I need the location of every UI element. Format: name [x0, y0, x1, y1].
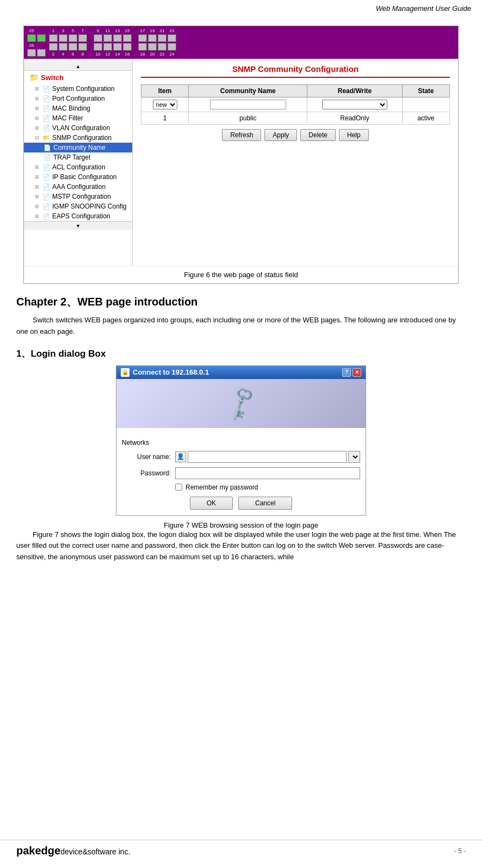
close-titlebar-btn[interactable]: ✕: [353, 368, 361, 377]
panel-title: SNMP Community Configuration: [141, 64, 450, 78]
port-25: [27, 34, 36, 42]
port-15: [123, 34, 132, 42]
plus-icon: ⊞: [35, 204, 39, 209]
sidebar-label-trap: TRAP Target: [53, 154, 90, 161]
sidebar-item-snmp[interactable]: ⊟ 📁 SNMP Configuration: [24, 133, 132, 143]
sidebar-item-igmp[interactable]: ⊞ 📄 IGMP SNOOPING Config: [24, 201, 132, 211]
password-input[interactable]: [175, 467, 360, 479]
remember-checkbox[interactable]: [175, 484, 182, 491]
username-dropdown[interactable]: [348, 451, 360, 463]
titlebar-title: Connect to 192.168.0.1: [133, 368, 209, 376]
remember-label: Remember my password: [186, 484, 258, 491]
port-2: [49, 43, 58, 51]
plus-icon: ⊞: [35, 125, 39, 131]
sidebar-label-aaa: AAA Configuration: [52, 183, 106, 191]
login-titlebar: 🔒 Connect to 192.168.0.1 ? ✕: [116, 366, 366, 379]
username-input[interactable]: [188, 451, 347, 463]
sidebar-label-mac-filter: MAC Filter: [52, 114, 83, 122]
sidebar-item-eaps[interactable]: ⊞ 📄 EAPS Configuration: [24, 211, 132, 221]
figure7-caption: Figure 7 WEB browsing session of the log…: [16, 521, 466, 529]
scrollbar-up[interactable]: ▲: [24, 62, 132, 71]
sidebar-item-mac-binding[interactable]: ⊞ 📄 MAC Binding: [24, 103, 132, 113]
sidebar-wrapper: ▲ 📁 Switch ⊞ 📄 System Configuration ⊞: [24, 59, 133, 266]
page-header: Web Management User Guide: [0, 0, 482, 15]
port-13: [113, 34, 122, 42]
figure6-caption: Figure 6 the web page of status field: [24, 266, 458, 283]
sidebar-item-mstp[interactable]: ⊞ 📄 MSTP Configuration: [24, 192, 132, 201]
port-icons-odd: [49, 34, 176, 42]
figure7-screenshot: 🔒 Connect to 192.168.0.1 ? ✕ 🗝️ Networks…: [116, 365, 366, 516]
snmp-table: Item Community Name Read/Write State new: [141, 84, 450, 125]
table-row: 1 public ReadOnly active: [141, 112, 450, 125]
port-12: [103, 43, 112, 51]
port-25b: [37, 34, 46, 42]
sidebar: ▲ 📁 Switch ⊞ 📄 System Configuration ⊞: [24, 59, 133, 266]
folder-icon: 📄: [42, 203, 50, 210]
col-header-rw: Read/Write: [307, 85, 402, 97]
port-20: [148, 43, 157, 51]
sidebar-label-vlan: VLAN Configuration: [52, 124, 110, 132]
sidebar-label-eaps: EAPS Configuration: [52, 212, 110, 220]
port-14: [113, 43, 122, 51]
sidebar-item-community-name[interactable]: 📄 Community Name: [24, 143, 132, 152]
sidebar-item-ip-basic[interactable]: ⊞ 📄 IP Basic Configuration: [24, 172, 132, 182]
port-nums-even: 2 4 6 8 10 12 14 16 18 20 22 24: [49, 52, 176, 57]
body-text: Figure 7 shows the login dialog box, the…: [16, 529, 466, 563]
rw-value: ReadOnly: [307, 112, 402, 125]
folder-icon: 📄: [42, 95, 50, 102]
sidebar-label-snmp: SNMP Configuration: [52, 134, 112, 142]
plus-icon: ⊞: [35, 184, 39, 190]
table-new-row: new ReadOnly ReadWrite: [141, 97, 450, 112]
sidebar-item-system-config[interactable]: ⊞ 📄 System Configuration: [24, 84, 132, 94]
scrollbar-down[interactable]: ▼: [24, 221, 132, 230]
ok-button[interactable]: OK: [190, 497, 233, 510]
item-select[interactable]: new: [153, 100, 177, 109]
refresh-button[interactable]: Refresh: [222, 129, 261, 141]
port-grid: 1 3 5 7 9 11 13 15 17 19 21 23: [49, 28, 176, 57]
folder-icon: 📄: [42, 184, 50, 191]
community-name-value: public: [189, 112, 307, 125]
community-name-input[interactable]: [210, 100, 286, 109]
port-numbers-bot: 26: [27, 43, 46, 48]
help-button[interactable]: Help: [339, 129, 369, 141]
plus-icon: ⊞: [35, 164, 39, 170]
section1-heading: 1、Login dialog Box: [16, 347, 466, 360]
password-input-wrap: [175, 467, 360, 479]
port-toolbar: 25 26 1 3 5: [24, 26, 458, 59]
login-body: Networks User name: 👤 Password:: [116, 433, 366, 515]
cancel-button[interactable]: Cancel: [238, 497, 292, 510]
login-icon-area: 🗝️: [116, 379, 366, 428]
sidebar-item-port-config[interactable]: ⊞ 📄 Port Configuration: [24, 94, 132, 103]
rw-select[interactable]: ReadOnly ReadWrite: [322, 100, 387, 109]
state-cell-new: [402, 97, 449, 112]
sidebar-item-trap-target[interactable]: 📄 TRAP Target: [24, 152, 132, 162]
username-input-wrap: 👤: [175, 451, 360, 463]
folder-icon: 📄: [42, 164, 50, 171]
sidebar-switch-label: Switch: [41, 74, 64, 82]
col-header-community: Community Name: [189, 85, 307, 97]
sidebar-label-mac-binding: MAC Binding: [52, 105, 90, 112]
logo-bold: pakedge: [16, 845, 60, 857]
port-10: [94, 43, 102, 51]
col-header-state: State: [402, 85, 449, 97]
folder-icon: 📄: [42, 213, 50, 220]
sidebar-item-mac-filter[interactable]: ⊞ 📄 MAC Filter: [24, 113, 132, 123]
folder-icon: 📄: [42, 193, 50, 200]
key-icon: 🗝️: [219, 382, 263, 424]
port-5: [69, 34, 77, 42]
help-titlebar-btn[interactable]: ?: [342, 368, 351, 377]
port-19: [148, 34, 157, 42]
state-value: active: [402, 112, 449, 125]
sidebar-label-community: Community Name: [53, 144, 106, 151]
delete-button[interactable]: Delete: [300, 129, 336, 141]
port-numbers-top: 25: [27, 28, 46, 33]
port-18: [138, 43, 147, 51]
port-17: [138, 34, 147, 42]
sidebar-item-acl[interactable]: ⊞ 📄 ACL Configuration: [24, 162, 132, 172]
sidebar-item-aaa[interactable]: ⊞ 📄 AAA Configuration: [24, 182, 132, 192]
sidebar-item-vlan[interactable]: ⊞ 📄 VLAN Configuration: [24, 123, 132, 133]
switch-folder-icon: 📁: [29, 73, 39, 82]
titlebar-icon: 🔒: [121, 368, 129, 377]
apply-button[interactable]: Apply: [264, 129, 297, 141]
sidebar-label-system: System Configuration: [52, 85, 115, 93]
